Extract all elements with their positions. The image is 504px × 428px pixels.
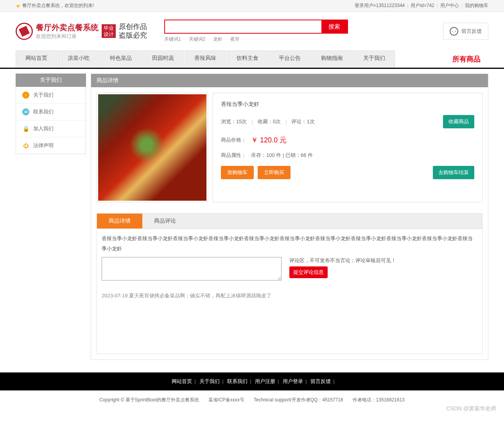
price-value: ￥ 120.0 元 xyxy=(251,135,287,145)
search-input[interactable] xyxy=(165,20,321,33)
welcome-text: 餐厅外卖点餐系统，欢迎您的到来! xyxy=(22,2,94,9)
sidebar-item-legal[interactable]: ⏻ 法律声明 xyxy=(16,137,86,154)
panel-title: 商品详情 xyxy=(91,74,488,87)
buy-now-button[interactable]: 立即购买 xyxy=(258,166,291,179)
comment-textarea[interactable] xyxy=(102,257,282,281)
user-center-link[interactable]: 用户中心 xyxy=(440,2,459,9)
info-icon: i xyxy=(22,92,29,99)
keyword-link[interactable]: 夜宵 xyxy=(230,36,240,43)
comment-item: 2023-07-19 夏天夜宵烧烤必备菜品啊；确实不错，再配上冰镇啤酒就嗨皮了 xyxy=(102,292,477,299)
comment-hint: 评论区，不可发布不当言论；评论审核后可见！ xyxy=(289,257,477,264)
product-name: 香辣当季小龙虾 xyxy=(221,101,474,108)
keyword-link[interactable]: 关键词2 xyxy=(189,36,206,43)
star-icon: ★ xyxy=(16,3,21,9)
logo-badge: 毕业设计 xyxy=(102,24,116,38)
search-button[interactable]: 搜索 xyxy=(321,20,347,33)
collect-button[interactable]: 收藏商品 xyxy=(443,115,474,128)
price-label: 商品价格： xyxy=(221,137,246,144)
footer-link[interactable]: 网站首页 xyxy=(172,378,192,384)
keyword-link[interactable]: 龙虾 xyxy=(213,36,222,43)
topbar-welcome: ★ 餐厅外卖点餐系统，欢迎您的到来! xyxy=(16,2,94,9)
nav-home[interactable]: 网站首页 xyxy=(16,50,57,68)
headset-icon xyxy=(450,27,458,36)
views-label: 浏览：15次 xyxy=(221,118,247,125)
nav-item[interactable]: 特色菜品 xyxy=(100,50,142,68)
sidebar-item-join[interactable]: 🔒 加入我们 xyxy=(16,120,86,137)
logo-slogan: 原创作品 盗版必究 xyxy=(119,23,147,40)
logo-icon xyxy=(16,23,33,40)
add-cart-button[interactable]: 加购物车 xyxy=(221,166,254,179)
sidebar-item-contact[interactable]: ✉ 联系我们 xyxy=(16,104,86,120)
footer-link[interactable]: 联系我们 xyxy=(227,378,248,384)
feedback-button[interactable]: 留言反馈 xyxy=(443,23,488,40)
product-image xyxy=(97,93,208,202)
sidebar-item-about[interactable]: i 关于我们 xyxy=(16,87,86,104)
attr-label: 商品属性： xyxy=(221,152,246,159)
footer-link[interactable]: 用户登录 xyxy=(283,378,303,384)
footer-link[interactable]: 留言反馈 xyxy=(310,378,331,384)
nav-item[interactable]: 平台公告 xyxy=(269,50,310,68)
tab-detail[interactable]: 商品详情 xyxy=(97,214,142,228)
nav-item[interactable]: 田园时蔬 xyxy=(142,50,184,68)
site-title: 餐厅外卖点餐系统 xyxy=(36,22,99,33)
nav-item[interactable]: 香辣风味 xyxy=(185,50,226,68)
footer-link[interactable]: 关于我们 xyxy=(199,378,220,384)
my-cart-link[interactable]: 我的购物车 xyxy=(465,2,488,9)
footer-link[interactable]: 用户注册 xyxy=(255,378,275,384)
nav-all-products[interactable]: 所有商品 xyxy=(445,50,488,68)
site-subtitle: 欢迎您到来和订座 xyxy=(36,33,99,40)
footer-copyright: Copyright © 基于SprintBoot的餐厅外卖点餐系统 某省ICP备… xyxy=(0,390,504,410)
login-user-link[interactable]: 登录用户=13511223344 xyxy=(355,2,405,9)
tab-comments[interactable]: 商品评论 xyxy=(142,214,188,228)
submit-comment-button[interactable]: 提交评论信息 xyxy=(289,266,328,278)
sidebar-title: 关于我们 xyxy=(16,74,86,87)
comment-count: 评论：1次 xyxy=(291,118,314,125)
keyword-link[interactable]: 关键词1 xyxy=(164,36,181,43)
user-id-link[interactable]: 用户id=742 xyxy=(411,2,434,9)
lock-icon: 🔒 xyxy=(22,125,29,132)
stock-text: 库存：100 件 | 已销：66 件 xyxy=(251,152,313,159)
fav-label: 收藏：0次 xyxy=(258,118,281,125)
nav-item[interactable]: 购物指南 xyxy=(311,50,353,68)
power-icon: ⏻ xyxy=(22,142,29,149)
nav-item[interactable]: 关于我们 xyxy=(353,50,395,68)
product-description: 香辣当季小龙虾香辣当季小龙虾香辣当季小龙虾香辣当季小龙虾香辣当季小龙虾香辣当季小… xyxy=(102,234,477,254)
nav-item[interactable]: 凉菜小吃 xyxy=(58,50,99,68)
nav-item[interactable]: 饮料主食 xyxy=(227,50,268,68)
checkout-button[interactable]: 去购物车结算 xyxy=(433,166,474,179)
contact-icon: ✉ xyxy=(22,108,29,115)
footer-nav: 网站首页| 关于我们| 联系我们| 用户注册| 用户登录| 留言反馈| xyxy=(0,372,504,390)
